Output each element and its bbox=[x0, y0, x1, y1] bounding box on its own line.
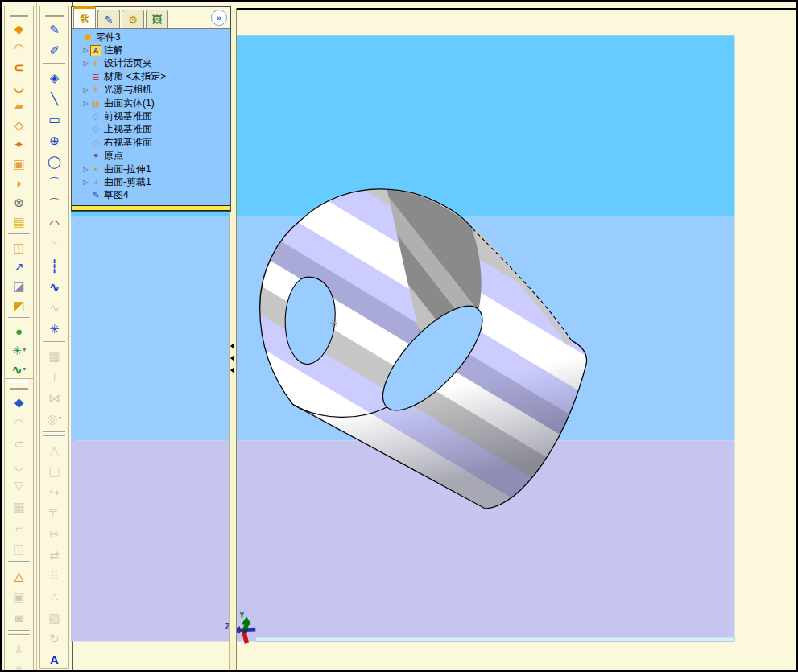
offset-entities-button[interactable]: 〒 bbox=[40, 502, 68, 523]
tree-item-8[interactable]: ◇右视基准面 bbox=[81, 136, 230, 149]
untrim-surface-button[interactable]: ◩ bbox=[5, 295, 33, 315]
revolved-boss-button[interactable]: ◠ bbox=[5, 412, 33, 433]
splitter-collapse-arrow[interactable] bbox=[230, 343, 234, 349]
thicken-button[interactable]: ▤ bbox=[5, 212, 33, 231]
tab-configurationmanager[interactable]: ⚙ bbox=[122, 10, 144, 28]
circular-dots-pattern-button[interactable]: ∴ bbox=[40, 586, 68, 607]
swept-boss-icon: ⊂ bbox=[14, 438, 24, 450]
tree-item-7[interactable]: ◇上视基准面 bbox=[81, 123, 230, 136]
expand-arrow-icon[interactable]: ▷ bbox=[81, 166, 90, 173]
rib-feature-button[interactable]: △ bbox=[5, 565, 33, 586]
spline-on-surface-icon: ∿ bbox=[49, 302, 60, 314]
sketch-picture-button[interactable]: ▨ bbox=[40, 607, 68, 628]
modify-plusminus-button[interactable]: ↻ bbox=[40, 628, 68, 649]
expand-arrow-icon[interactable]: ▷ bbox=[81, 100, 90, 107]
tree-item-11[interactable]: ▷◕曲面-剪裁1 bbox=[81, 175, 230, 188]
dropdown-arrow-icon[interactable]: ▾ bbox=[23, 366, 26, 373]
swept-surface-button[interactable]: ⊂ bbox=[5, 57, 33, 76]
centerline-button[interactable]: ┆ bbox=[40, 255, 68, 276]
dropdown-arrow-icon[interactable]: ▾ bbox=[59, 415, 62, 422]
freeform-button[interactable]: ✳▾ bbox=[5, 340, 33, 360]
modify-sketch-button[interactable]: ◈ bbox=[40, 67, 68, 88]
convert-box-button[interactable]: ▢ bbox=[40, 460, 68, 481]
point-button[interactable]: ✳ bbox=[40, 318, 68, 339]
three-point-arc-button[interactable]: ◠ bbox=[40, 213, 68, 234]
delete-face-button[interactable]: ⊗ bbox=[5, 192, 33, 212]
sketch-3d-button[interactable]: ✐ bbox=[40, 39, 68, 60]
trim-surface-button[interactable]: ◪ bbox=[5, 276, 33, 295]
tree-item-5[interactable]: ▷▥曲面实体(1) bbox=[81, 97, 230, 109]
curve-tools-button[interactable]: ∿▾ bbox=[5, 360, 33, 379]
tree-item-9[interactable]: ⌖原点 bbox=[81, 150, 230, 163]
text-sketch-button[interactable]: ▦ bbox=[40, 345, 68, 366]
radiate-surface-button[interactable]: ✦ bbox=[5, 134, 33, 154]
tree-item-4[interactable]: ▷☀光源与相机 bbox=[81, 84, 230, 97]
knit-surface-button[interactable]: ▣ bbox=[5, 154, 33, 173]
tree-item-1[interactable]: ▷A注解 bbox=[81, 43, 230, 56]
offset-surface-button[interactable]: ◇ bbox=[5, 115, 33, 134]
centerpoint-arc-button[interactable]: ⌒ bbox=[40, 171, 68, 192]
circular-sketch-pattern-button[interactable]: ◎▾ bbox=[40, 408, 68, 429]
expand-arrow-icon[interactable]: ▷ bbox=[81, 179, 90, 186]
expand-arrow-icon[interactable]: ▷ bbox=[81, 47, 90, 54]
mirror-entities-button[interactable]: ⋈ bbox=[40, 387, 68, 408]
sketch-button[interactable]: ✎ bbox=[40, 19, 68, 39]
circle-button[interactable]: ⊕ bbox=[40, 130, 68, 150]
rectangle-button[interactable]: ▭ bbox=[40, 109, 68, 130]
splitter-collapse-arrow[interactable] bbox=[230, 355, 234, 361]
tab-propertymanager[interactable]: ✎ bbox=[97, 10, 120, 28]
splitter-collapse-arrow[interactable] bbox=[230, 367, 234, 373]
tangent-arc-button[interactable]: ⌒ bbox=[40, 192, 68, 213]
extend-surface-button[interactable]: ↗ bbox=[5, 257, 33, 276]
toolbar-grip[interactable] bbox=[45, 9, 64, 17]
tree-item-10[interactable]: ▷◗曲面-拉伸1 bbox=[81, 163, 230, 175]
revolved-surface-button[interactable]: ◠ bbox=[5, 38, 33, 57]
tree-item-2[interactable]: ▷⬧设计活页夹 bbox=[81, 57, 230, 70]
pattern-feature-button[interactable]: ▦ bbox=[5, 496, 33, 517]
wrap-feature-button[interactable]: ▣ bbox=[5, 586, 33, 607]
sketch-fillet-button[interactable]: ◝ bbox=[40, 234, 68, 255]
spline-button[interactable]: ∿ bbox=[40, 276, 68, 297]
hole-simple-button[interactable]: ⇩ bbox=[5, 638, 33, 659]
extruded-surface-button[interactable]: ◆ bbox=[5, 19, 33, 38]
tree-item-icon: ⬢ bbox=[82, 32, 93, 43]
toolbar-grip[interactable] bbox=[10, 381, 28, 390]
move-entities-button[interactable]: ⇄ bbox=[40, 544, 68, 565]
planar-surface-button[interactable]: ▰ bbox=[5, 96, 33, 115]
dome-feature-button[interactable]: ◙ bbox=[5, 607, 33, 628]
trim-entities-button[interactable]: ✂ bbox=[40, 523, 68, 544]
fillet-feature-button[interactable]: ▽ bbox=[5, 475, 33, 496]
midsurface-button[interactable]: ◫ bbox=[5, 237, 33, 257]
tab-featuremanager[interactable]: 🛠 bbox=[73, 6, 96, 28]
hole-wizard-button[interactable]: ⇧ bbox=[5, 659, 33, 672]
swept-boss-button[interactable]: ⊂ bbox=[5, 433, 33, 454]
add-relation-button[interactable]: ⊥ bbox=[40, 366, 68, 387]
convert-bell-button[interactable]: △ bbox=[40, 439, 68, 460]
ellipse-button[interactable]: ◯ bbox=[40, 150, 68, 171]
line-button[interactable]: ╲ bbox=[40, 88, 68, 109]
solidworks-window: { "feature_tree": { "tabs": [ {"name":"t… bbox=[0, 0, 798, 672]
ruled-surface-button[interactable]: ◗ bbox=[5, 173, 33, 192]
spline-on-surface-button[interactable]: ∿ bbox=[40, 297, 68, 318]
tree-item-12[interactable]: ✎草图4 bbox=[81, 189, 230, 202]
panel-expand-button[interactable]: » bbox=[211, 10, 227, 26]
tab-appearances[interactable]: 🖼 bbox=[146, 10, 168, 28]
shell-feature-button[interactable]: ◫ bbox=[5, 538, 33, 559]
tree-rollback-bar[interactable] bbox=[72, 205, 230, 211]
linear-sketch-pattern-button[interactable]: ⠿ bbox=[40, 565, 68, 586]
extruded-boss-button[interactable]: ◆ bbox=[5, 391, 33, 412]
filled-surface-button[interactable]: ● bbox=[5, 321, 33, 340]
tree-item-6[interactable]: ◇前视基准面 bbox=[81, 109, 230, 122]
tree-item-root[interactable]: ⬢零件3 bbox=[73, 31, 230, 43]
lofted-surface-icon: ◡ bbox=[14, 80, 24, 93]
expand-arrow-icon[interactable]: ▷ bbox=[81, 86, 90, 93]
toolbar-grip[interactable] bbox=[10, 9, 28, 17]
dropdown-arrow-icon[interactable]: ▾ bbox=[23, 347, 26, 353]
sketch-text-button[interactable]: A bbox=[40, 649, 68, 670]
tree-item-3[interactable]: ≣材质 <未指定> bbox=[81, 70, 230, 83]
convert-entities-button[interactable]: ↪ bbox=[40, 481, 68, 502]
expand-arrow-icon[interactable]: ▷ bbox=[81, 60, 90, 67]
pipe-feature-button[interactable]: ⌐ bbox=[5, 517, 33, 538]
lofted-surface-button[interactable]: ◡ bbox=[5, 76, 33, 96]
lofted-boss-button[interactable]: ◡ bbox=[5, 454, 33, 475]
